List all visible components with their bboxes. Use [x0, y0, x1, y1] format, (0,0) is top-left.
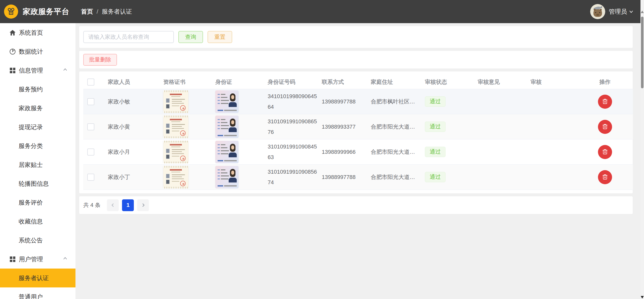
id-number-cell: 341010199809064564 [268, 91, 318, 112]
delete-button[interactable] [598, 170, 612, 184]
select-all-checkbox[interactable] [87, 79, 94, 86]
chevron-up-icon[interactable] [62, 256, 68, 263]
table-row: 家政小丁31010919910908567413988997788合肥市阳光大道… [83, 165, 633, 190]
breadcrumb-separator: / [97, 8, 98, 15]
trash-icon [602, 148, 608, 156]
window-scrollbar[interactable] [640, 0, 644, 299]
search-panel: 查询 重置 [79, 26, 633, 48]
header-certificate: 资格证书 [159, 78, 211, 86]
sidebar-item-label: 居家贴士 [19, 161, 43, 169]
toolbar-panel: 批量删除 [79, 51, 633, 68]
sidebar-item-label: 服务者认证 [19, 274, 49, 282]
sidebar-item-11[interactable]: 系统公告 [0, 231, 75, 250]
sidebar-item-6[interactable]: 服务分类 [0, 136, 75, 155]
sidebar-item-label: 家政服务 [19, 104, 43, 112]
sidebar-item-4[interactable]: 家政服务 [0, 99, 75, 118]
delete-button[interactable] [598, 95, 612, 109]
grid-icon [9, 256, 16, 263]
scroll-up-icon[interactable] [641, 11, 644, 13]
sidebar-item-2[interactable]: 信息管理 [0, 61, 75, 80]
breadcrumb: 首页 / 服务者认证 [81, 8, 132, 16]
phone-cell: 13988997788 [318, 98, 367, 105]
sidebar-item-12[interactable]: 用户管理 [0, 250, 75, 269]
row-checkbox[interactable] [87, 148, 94, 156]
header-idcard: 身份证 [211, 78, 264, 86]
sidebar-item-14[interactable]: 普通用户 [0, 287, 75, 299]
avatar[interactable] [590, 4, 605, 19]
header-id-number: 身份证号码 [264, 78, 318, 86]
sidebar-item-label: 数据统计 [19, 48, 43, 56]
sidebar-item-5[interactable]: 提现记录 [0, 118, 75, 136]
sidebar-item-0[interactable]: 系统首页 [0, 23, 75, 42]
scroll-down-icon[interactable] [641, 296, 644, 298]
sidebar-item-8[interactable]: 轮播图信息 [0, 174, 75, 193]
address-cell: 合肥市阳光大道… [367, 148, 421, 156]
certificate-image[interactable] [163, 166, 188, 189]
worker-name-cell: 家政小丁 [104, 173, 159, 181]
table-row: 家政小月31010919910908456313988999966合肥市阳光大道… [83, 139, 633, 165]
main-content: 查询 重置 批量删除 家政人员 资格证书 身份证 身份证号码 联系方式 家庭住址… [75, 23, 640, 299]
grid-icon [9, 67, 16, 74]
table-panel: 家政人员 资格证书 身份证 身份证号码 联系方式 家庭住址 审核状态 审核意见 … [79, 71, 633, 193]
search-input[interactable] [83, 31, 174, 43]
certificate-image[interactable] [163, 141, 188, 163]
app-logo-icon [4, 5, 18, 19]
certificate-image[interactable] [163, 90, 188, 113]
worker-name-cell: 家政小敏 [104, 98, 159, 105]
row-checkbox[interactable] [87, 123, 94, 130]
table-row: 家政小敏34101019980906456413988997788合肥市枫叶社区… [83, 89, 633, 114]
breadcrumb-home[interactable]: 首页 [81, 8, 93, 16]
sidebar-item-label: 轮播图信息 [19, 180, 49, 188]
reset-button[interactable]: 重置 [208, 31, 232, 43]
status-badge: 通过 [425, 172, 446, 182]
pagination: 共 4 条 1 [79, 196, 633, 214]
sidebar-item-10[interactable]: 收藏信息 [0, 212, 75, 231]
header-status: 审核状态 [421, 78, 474, 86]
phone-cell: 13988999966 [318, 149, 367, 155]
id-number-cell: 310109199109084563 [268, 141, 318, 163]
table-row: 家政小黄31010919910908657613988993377合肥市阳光大道… [83, 114, 633, 139]
pagination-total: 共 4 条 [83, 201, 100, 209]
header-audit: 审核 [527, 78, 577, 86]
idcard-image[interactable] [215, 116, 238, 138]
idcard-image[interactable] [215, 141, 238, 163]
user-name: 管理员 [609, 8, 627, 16]
sidebar-item-label: 收藏信息 [19, 217, 43, 226]
sidebar-item-1[interactable]: 数据统计 [0, 42, 75, 61]
trash-icon [602, 123, 608, 130]
chevron-up-icon[interactable] [62, 67, 68, 74]
idcard-image[interactable] [215, 90, 238, 113]
user-menu[interactable]: 管理员 [590, 4, 634, 19]
row-checkbox[interactable] [87, 98, 94, 105]
delete-button[interactable] [598, 145, 612, 159]
sidebar-item-label: 信息管理 [19, 66, 43, 74]
home-icon [9, 29, 16, 36]
address-cell: 合肥市阳光大道… [367, 123, 421, 131]
sidebar-item-label: 用户管理 [19, 255, 43, 263]
pie-chart-icon [9, 48, 16, 55]
next-page-button[interactable] [137, 199, 149, 211]
sidebar-item-9[interactable]: 服务评价 [0, 193, 75, 212]
breadcrumb-current: 服务者认证 [102, 8, 132, 16]
worker-name-cell: 家政小黄 [104, 123, 159, 131]
batch-delete-button[interactable]: 批量删除 [83, 54, 117, 66]
search-button[interactable]: 查询 [178, 31, 203, 43]
sidebar-item-3[interactable]: 服务预约 [0, 80, 75, 99]
sidebar-item-label: 提现记录 [19, 123, 43, 131]
sidebar-item-7[interactable]: 居家贴士 [0, 155, 75, 174]
row-checkbox[interactable] [87, 174, 94, 181]
address-cell: 合肥市枫叶社区… [367, 98, 421, 105]
sidebar-item-13-active[interactable]: 服务者认证 [0, 269, 75, 287]
delete-button[interactable] [598, 120, 612, 134]
status-badge: 通过 [425, 96, 446, 106]
idcard-image[interactable] [215, 166, 238, 189]
header-worker: 家政人员 [104, 78, 159, 86]
prev-page-button[interactable] [107, 199, 119, 211]
header-opinion: 审核意见 [474, 78, 527, 86]
certificate-image[interactable] [163, 116, 188, 138]
page-number-button[interactable]: 1 [122, 199, 134, 211]
page-title: 家政服务平台 [23, 7, 69, 17]
trash-icon [602, 173, 608, 181]
scrollbar-thumb[interactable] [641, 17, 643, 88]
sidebar-item-label: 服务分类 [19, 142, 43, 150]
